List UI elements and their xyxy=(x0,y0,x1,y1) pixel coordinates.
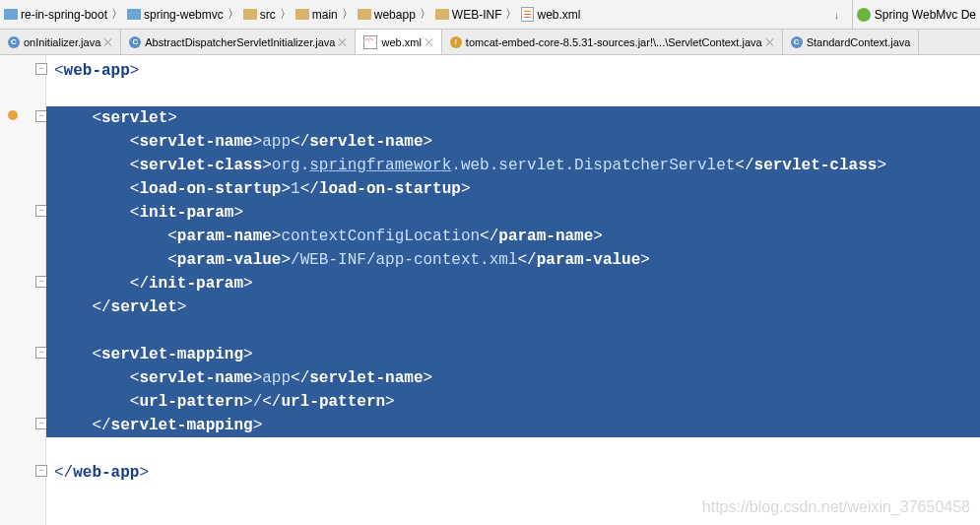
code-line[interactable] xyxy=(46,437,980,461)
breadcrumb-label: main xyxy=(312,8,338,22)
tab-label: web.xml xyxy=(381,36,421,48)
breadcrumb-separator: 〉 xyxy=(342,6,354,23)
tab-label: StandardContext.java xyxy=(807,36,911,48)
code-line[interactable]: </servlet> xyxy=(46,295,980,319)
breadcrumb[interactable]: re-in-spring-boot〉spring-webmvc〉src〉main… xyxy=(0,0,828,29)
editor-tab[interactable]: ConInitializer.java xyxy=(0,30,121,54)
close-icon[interactable] xyxy=(104,38,112,46)
code-line[interactable]: <param-name>contextConfigLocation</param… xyxy=(46,225,980,248)
folder-icon xyxy=(435,9,449,20)
gutter-marker-icon[interactable] xyxy=(8,110,18,120)
java-class-icon: C xyxy=(8,36,20,48)
close-icon[interactable] xyxy=(339,38,347,46)
breadcrumb-item[interactable]: web.xml xyxy=(521,7,580,22)
code-line[interactable]: </init-param> xyxy=(46,272,980,295)
tab-label: tomcat-embed-core-8.5.31-sources.jar!\..… xyxy=(466,36,762,48)
code-line[interactable]: </servlet-mapping> xyxy=(46,414,980,437)
jar-icon: I xyxy=(450,36,462,48)
code-line[interactable]: <servlet-name>app</servlet-name> xyxy=(46,130,980,154)
editor-tab[interactable]: CAbstractDispatcherServletInitializer.ja… xyxy=(121,30,356,54)
download-sources-icon[interactable] xyxy=(828,0,852,29)
code-line[interactable]: <servlet> xyxy=(46,106,980,130)
code-line[interactable]: <init-param> xyxy=(46,201,980,225)
breadcrumb-bar: re-in-spring-boot〉spring-webmvc〉src〉main… xyxy=(0,0,980,30)
breadcrumb-item[interactable]: webapp xyxy=(358,8,416,22)
breadcrumb-separator: 〉 xyxy=(420,6,431,23)
xml-file-icon xyxy=(363,35,377,49)
tab-label: AbstractDispatcherServletInitializer.jav… xyxy=(145,36,335,48)
gutter[interactable]: ––––––– xyxy=(0,55,46,525)
code-line[interactable]: <servlet-class>org.springframework.web.s… xyxy=(46,154,980,177)
breadcrumb-item[interactable]: main xyxy=(295,8,338,22)
code-line[interactable]: <url-pattern>/</url-pattern> xyxy=(46,390,980,414)
code-line[interactable] xyxy=(46,319,980,343)
breadcrumb-separator: 〉 xyxy=(280,6,292,23)
close-icon[interactable] xyxy=(766,38,774,46)
watermark: https://blog.csdn.net/weixin_37650458 xyxy=(702,495,970,519)
code-line[interactable]: </web-app> xyxy=(46,461,980,485)
breadcrumb-label: spring-webmvc xyxy=(144,8,224,22)
breadcrumb-label: src xyxy=(260,8,276,22)
spring-icon xyxy=(857,8,871,22)
editor: ––––––– <web-app> <servlet> <servlet-nam… xyxy=(0,55,980,525)
editor-tabs: ConInitializer.javaCAbstractDispatcherSe… xyxy=(0,30,980,55)
breadcrumb-label: webapp xyxy=(374,8,416,22)
xml-file-icon xyxy=(521,7,534,22)
code-area[interactable]: <web-app> <servlet> <servlet-name>app</s… xyxy=(46,55,980,525)
code-line[interactable]: <servlet-mapping> xyxy=(46,343,980,366)
module-folder-icon xyxy=(127,9,141,20)
java-class-icon: C xyxy=(129,36,141,48)
breadcrumb-separator: 〉 xyxy=(111,6,123,23)
breadcrumb-item[interactable]: src xyxy=(243,8,276,22)
folder-icon xyxy=(243,9,257,20)
java-class-icon: C xyxy=(791,36,803,48)
folder-icon xyxy=(358,9,371,20)
code-line[interactable]: <param-value>/WEB-INF/app-context.xml</p… xyxy=(46,248,980,272)
code-line[interactable]: <load-on-startup>1</load-on-startup> xyxy=(46,177,980,201)
code-line[interactable]: <web-app> xyxy=(46,59,980,83)
close-icon[interactable] xyxy=(425,38,433,46)
breadcrumb-item[interactable]: re-in-spring-boot xyxy=(4,8,107,22)
editor-tab[interactable]: Itomcat-embed-core-8.5.31-sources.jar!\.… xyxy=(442,30,783,54)
module-folder-icon xyxy=(4,9,18,20)
tab-label: onInitializer.java xyxy=(24,36,100,48)
breadcrumb-item[interactable]: spring-webmvc xyxy=(127,8,224,22)
editor-tab[interactable]: CStandardContext.java xyxy=(783,30,920,54)
breadcrumb-separator: 〉 xyxy=(505,6,517,23)
breadcrumb-item[interactable]: WEB-INF xyxy=(435,8,502,22)
editor-tab[interactable]: web.xml xyxy=(356,30,441,55)
breadcrumb-label: re-in-spring-boot xyxy=(21,8,107,22)
breadcrumb-label: web.xml xyxy=(537,8,580,22)
folder-icon xyxy=(295,9,309,20)
breadcrumb-label: WEB-INF xyxy=(452,8,502,22)
tool-window-label: Spring WebMvc De xyxy=(875,8,976,22)
tool-window-button[interactable]: Spring WebMvc De xyxy=(852,0,980,29)
code-line[interactable] xyxy=(46,83,980,106)
code-line[interactable]: <servlet-name>app</servlet-name> xyxy=(46,366,980,390)
breadcrumb-separator: 〉 xyxy=(228,6,239,23)
